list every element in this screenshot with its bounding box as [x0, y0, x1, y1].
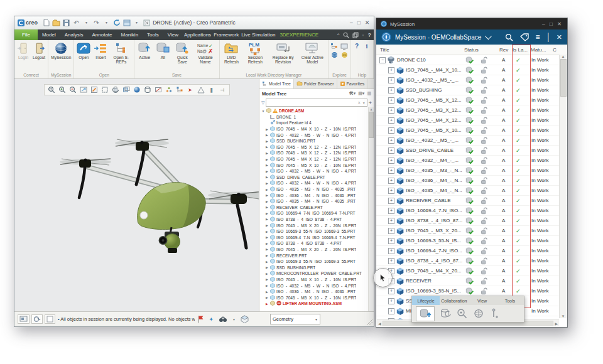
- search-icon[interactable]: [343, 32, 349, 38]
- caret-down-icon[interactable]: ▼: [362, 33, 365, 37]
- menu-tab-framework[interactable]: Framework: [212, 29, 240, 40]
- expand-icon[interactable]: ▶: [265, 211, 269, 215]
- ribbon-button-login[interactable]: Login: [16, 41, 31, 60]
- model-tree-item[interactable]: ▶ ISO_-_4032_-_M5_-_W_-_N_ISO_-_4.PRT: [261, 168, 368, 174]
- shade-icon[interactable]: [133, 86, 141, 94]
- table-row[interactable]: + ISO_-_4032_-_M5_-_... A ✓ In Work: [376, 136, 567, 146]
- expand-icon[interactable]: ▶: [265, 247, 269, 251]
- collabspace-dropdown-icon[interactable]: [485, 33, 492, 40]
- expand-toggle[interactable]: +: [388, 75, 394, 85]
- model-tree-item[interactable]: ▶ ISO_-_4032_-_M5_-_W_-_N_ISO_-_4.PRT: [261, 282, 368, 289]
- expand-toggle[interactable]: +: [388, 65, 394, 75]
- menu-tab-tools[interactable]: Tools: [143, 29, 163, 40]
- model-tree-root[interactable]: ▼ DRONE.ASM: [261, 108, 368, 114]
- undo-icon[interactable]: ↶: [72, 19, 80, 27]
- model-tree-item[interactable]: ▶ RECEIVER.PRT: [261, 252, 368, 259]
- menu-tab-model[interactable]: Model: [38, 29, 60, 40]
- model-tree-item[interactable]: ▶ ISO_-_4036_-_M4_-_N_ISO_-_4036_.PRT: [261, 289, 368, 295]
- expand-icon[interactable]: ▶: [265, 230, 269, 233]
- close-panel-icon[interactable]: ✕: [557, 33, 562, 41]
- repaint-icon[interactable]: [90, 86, 99, 94]
- menu-tab-view[interactable]: View: [163, 29, 183, 40]
- ribbon-button-lwd-refresh[interactable]: LWD Refresh: [221, 41, 242, 64]
- menu-tab-annotate[interactable]: Annotate: [87, 29, 116, 40]
- caret-down-icon[interactable]: ▼: [82, 19, 90, 27]
- collapse-ribbon-icon[interactable]: ^: [337, 32, 340, 38]
- model-tree-item[interactable]: ▶ ISO_10669-3_55-N_ISO_10669-3_55.PRT: [261, 228, 368, 235]
- expand-toggle[interactable]: +: [388, 246, 394, 255]
- table-row[interactable]: + ISO_10669-4_7-N_ISO... A ✓ In Work: [376, 246, 567, 256]
- expand-icon[interactable]: ▶: [265, 223, 269, 227]
- table-row[interactable]: + ISO_7045_-_M5_X_12... A ✓ In Work: [376, 95, 567, 105]
- spin-icon[interactable]: [165, 86, 173, 94]
- ribbon-button-open-s-reps[interactable]: Open S-REPs: [109, 41, 133, 64]
- model-display-icon[interactable]: [18, 314, 30, 324]
- expand-toggle[interactable]: +: [388, 136, 394, 145]
- expand-toggle[interactable]: +: [388, 126, 394, 135]
- expand-toggle[interactable]: +: [388, 196, 394, 205]
- column-header-title[interactable]: Title: [380, 45, 389, 55]
- tree-icon[interactable]: [175, 86, 184, 94]
- expand-toggle[interactable]: +: [388, 186, 394, 195]
- scroll-left-icon[interactable]: ◀: [378, 321, 381, 326]
- mini-globe-icon[interactable]: [330, 51, 339, 59]
- table-row[interactable]: + ISO_-_4032_-_M5_-_... A ✓ In Work: [376, 75, 567, 85]
- table-row[interactable]: + ISO_-_4036_-_M4_-_N... A ✓ In Work: [376, 176, 567, 186]
- expand-icon[interactable]: ▶: [265, 181, 269, 185]
- expand-toggle[interactable]: −: [379, 55, 386, 65]
- column-header-c[interactable]: C: [553, 45, 557, 55]
- expand-icon[interactable]: ▶: [265, 193, 269, 197]
- table-row[interactable]: + ISO_-_4032_-_M4_-_... A ✓ In Work: [376, 156, 567, 166]
- tree-scrollbar[interactable]: ▲: [368, 107, 374, 311]
- table-row[interactable]: + ISO_7045_-_M4_X_12... A ✓ In Work: [376, 115, 567, 126]
- table-row[interactable]: + ISO_7045_-_M4_X_20... A ✓ In Work: [376, 266, 567, 276]
- minimize-button[interactable]: –: [350, 19, 353, 26]
- open-folder-icon[interactable]: [52, 19, 60, 27]
- zoom-box-icon[interactable]: [47, 86, 56, 94]
- model-tree-item[interactable]: ▶ ISO_7045_-_M4_X_10_-_Z_-_10N_IS.PRT: [261, 126, 368, 132]
- model-tree-item[interactable]: ▶ ISO_10669-3_55-N_ISO_10669-3_55.PRT: [261, 259, 368, 265]
- expand-toggle[interactable]: +: [388, 256, 394, 265]
- scroll-up-icon[interactable]: ▲: [370, 107, 373, 111]
- table-row[interactable]: + ISO_10669-3_55-N_IS... A ✓ In Work: [376, 286, 567, 296]
- model-tree-item[interactable]: ▶ ISO_7045_-_M4_X_10_-_Z_-_10N_IS.PRT: [261, 277, 368, 283]
- model-tree-item[interactable]: ▶ Import Feature id 4: [261, 120, 368, 126]
- toolbar-tab-tools[interactable]: Tools: [496, 296, 524, 305]
- expand-icon[interactable]: ▶: [265, 163, 269, 167]
- binoculars-icon[interactable]: [219, 316, 227, 323]
- tree-filters-icon[interactable]: 🛠▾: [349, 91, 356, 96]
- expand-toggle[interactable]: +: [388, 206, 394, 215]
- close-button[interactable]: ✕: [365, 19, 369, 26]
- tree-tab-model-tree[interactable]: Model Tree: [259, 79, 294, 88]
- menu-tab-file[interactable]: File: [14, 29, 38, 40]
- box3d-icon[interactable]: [241, 315, 249, 323]
- model-tree-item[interactable]: ▶ SSD_DRIVE_CABLE.PRT: [261, 174, 368, 181]
- scroll-up-icon[interactable]: ▲: [562, 55, 565, 58]
- expand-toggle[interactable]: +: [388, 146, 394, 155]
- model-tree-item[interactable]: ▶ ISO_-_4032_-_M4_-_W_-_N_ISO_-_4.PRT: [261, 180, 368, 186]
- model-tree-item[interactable]: ▶ ISO_7045_-_M3_X_20_-_Z_-_20N_IS.PRT: [261, 222, 368, 228]
- table-row[interactable]: + ISO_7045_-_M4_X_10... A ✓ In Work: [376, 65, 567, 75]
- table-row[interactable]: + ISO_7045_-_M5_X_10... A ✓ In Work: [376, 126, 567, 136]
- table-row[interactable]: + ISO_-_4035_-_M4_-_N... A ✓ In Work: [376, 186, 567, 196]
- expand-icon[interactable]: ▶: [265, 272, 269, 276]
- clear-search-icon[interactable]: ×: [358, 100, 361, 105]
- model-tree-item[interactable]: ▶ ISO_7045_-_M5_X_12_-_Z_-_12N_IS.PRT: [261, 144, 368, 151]
- model-tree-item[interactable]: ▶ ISO_-_4032_-_M5_-_W_-_N_ISO_-_4.PRT: [261, 132, 368, 138]
- model-tree-item[interactable]: ▶ ISO_7045_-_M5_X_10_-_Z_-_10N_IS.PRT: [261, 294, 368, 301]
- expand-icon[interactable]: ▶: [265, 254, 269, 257]
- menu-tab-applications[interactable]: Applications: [183, 29, 212, 40]
- expand-icon[interactable]: ▶: [265, 284, 269, 287]
- model-tree-item[interactable]: ▶ SSD_BUSHING.PRT: [261, 264, 368, 270]
- spark-icon[interactable]: ✦: [209, 316, 214, 323]
- table-row[interactable]: + ISO_8738_-_4_ISO_87... A ✓ In Work: [376, 256, 567, 266]
- ribbon-button-session-refresh[interactable]: PLM Session Refresh: [242, 41, 268, 64]
- expand-toggle[interactable]: +: [388, 105, 394, 115]
- maximize-button[interactable]: □: [550, 21, 553, 27]
- save-icon[interactable]: [62, 19, 70, 27]
- blank-box-icon[interactable]: [45, 314, 55, 324]
- zoom-in-icon[interactable]: [58, 86, 67, 94]
- tree-settings-icon[interactable]: ▤▾: [358, 91, 364, 96]
- table-row[interactable]: + RECEIVER A ✓ In Work: [376, 276, 567, 286]
- select-box-icon[interactable]: [100, 86, 109, 94]
